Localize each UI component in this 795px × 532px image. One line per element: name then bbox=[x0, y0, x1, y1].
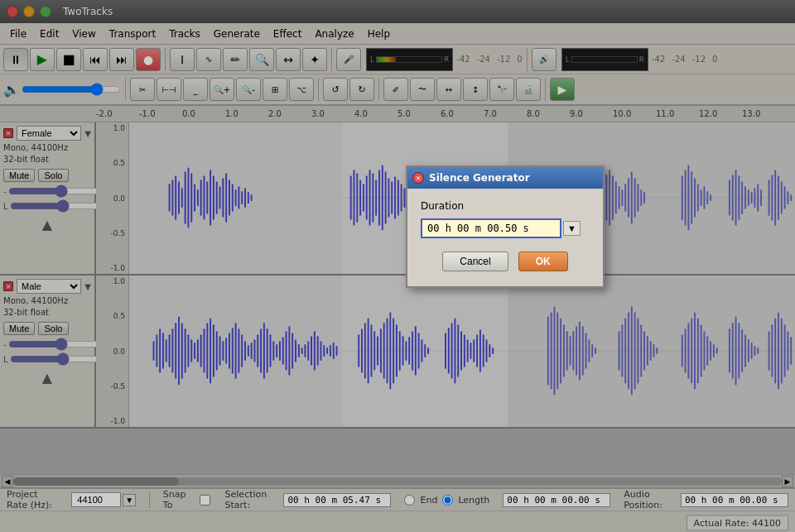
dialog-duration-label: Duration bbox=[421, 200, 590, 212]
cancel-button[interactable]: Cancel bbox=[442, 252, 508, 271]
dialog-close-button[interactable]: × bbox=[412, 172, 424, 184]
dialog-duration-dropdown[interactable]: ▼ bbox=[563, 221, 581, 236]
dialog-title: Silence Generator bbox=[429, 172, 530, 184]
dialog-body: Duration ▼ Cancel OK bbox=[407, 189, 603, 286]
silence-generator-dialog: × Silence Generator Duration ▼ Cancel OK bbox=[406, 165, 605, 288]
dialog-overlay: × Silence Generator Duration ▼ Cancel OK bbox=[0, 0, 795, 532]
dialog-buttons: Cancel OK bbox=[421, 252, 590, 275]
ok-button[interactable]: OK bbox=[518, 252, 568, 271]
dialog-duration-input[interactable] bbox=[421, 218, 561, 238]
dialog-titlebar: × Silence Generator bbox=[407, 167, 603, 189]
